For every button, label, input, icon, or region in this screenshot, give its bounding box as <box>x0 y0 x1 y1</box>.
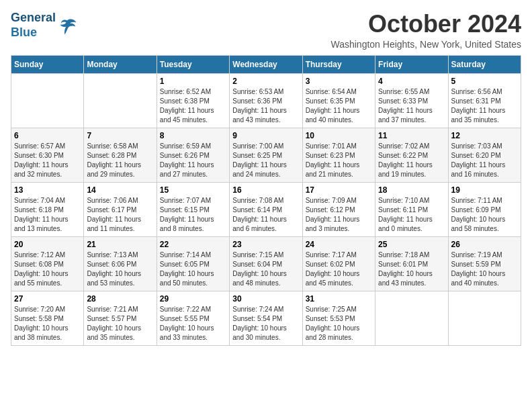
day-info: Sunrise: 7:04 AM Sunset: 6:18 PM Dayligh… <box>14 196 81 234</box>
day-info: Sunrise: 7:09 AM Sunset: 6:12 PM Dayligh… <box>306 196 372 234</box>
weekday-header-friday: Friday <box>375 55 448 73</box>
day-number: 13 <box>14 185 81 195</box>
day-number: 2 <box>232 77 299 86</box>
day-number: 31 <box>306 294 372 304</box>
day-number: 29 <box>160 294 226 304</box>
day-number: 11 <box>378 131 445 140</box>
calendar-cell: 18Sunrise: 7:10 AM Sunset: 6:11 PM Dayli… <box>375 182 448 236</box>
day-info: Sunrise: 7:06 AM Sunset: 6:17 PM Dayligh… <box>87 196 153 234</box>
weekday-header-wednesday: Wednesday <box>230 55 302 73</box>
day-info: Sunrise: 7:10 AM Sunset: 6:11 PM Dayligh… <box>378 196 445 234</box>
calendar-cell <box>448 291 521 345</box>
title-block: October 2024 Washington Heights, New Yor… <box>330 11 521 50</box>
calendar-cell: 6Sunrise: 6:57 AM Sunset: 6:30 PM Daylig… <box>11 128 84 182</box>
day-info: Sunrise: 7:13 AM Sunset: 6:06 PM Dayligh… <box>87 250 153 288</box>
day-number: 20 <box>14 240 81 249</box>
day-number: 18 <box>378 185 445 195</box>
calendar-cell: 15Sunrise: 7:07 AM Sunset: 6:15 PM Dayli… <box>157 182 229 236</box>
calendar-cell <box>84 73 157 128</box>
calendar-cell: 13Sunrise: 7:04 AM Sunset: 6:18 PM Dayli… <box>11 182 84 236</box>
day-info: Sunrise: 7:25 AM Sunset: 5:53 PM Dayligh… <box>306 305 372 342</box>
calendar-week-row: 1Sunrise: 6:52 AM Sunset: 6:38 PM Daylig… <box>11 73 521 128</box>
calendar-week-row: 20Sunrise: 7:12 AM Sunset: 6:08 PM Dayli… <box>11 236 521 291</box>
day-info: Sunrise: 7:11 AM Sunset: 6:09 PM Dayligh… <box>451 196 518 234</box>
day-number: 25 <box>378 240 445 249</box>
page-header: General Blue October 2024 Washington Hei… <box>11 11 521 50</box>
weekday-header-row: SundayMondayTuesdayWednesdayThursdayFrid… <box>11 55 521 73</box>
day-info: Sunrise: 7:08 AM Sunset: 6:14 PM Dayligh… <box>232 196 299 234</box>
calendar-cell: 16Sunrise: 7:08 AM Sunset: 6:14 PM Dayli… <box>230 182 302 236</box>
day-number: 4 <box>378 77 445 86</box>
calendar-cell: 8Sunrise: 6:59 AM Sunset: 6:26 PM Daylig… <box>157 128 229 182</box>
month-title: October 2024 <box>330 11 521 38</box>
day-info: Sunrise: 6:55 AM Sunset: 6:33 PM Dayligh… <box>378 87 445 125</box>
calendar-cell: 11Sunrise: 7:02 AM Sunset: 6:22 PM Dayli… <box>375 128 448 182</box>
day-number: 30 <box>232 294 299 304</box>
calendar-cell: 19Sunrise: 7:11 AM Sunset: 6:09 PM Dayli… <box>448 182 521 236</box>
calendar-cell: 2Sunrise: 6:53 AM Sunset: 6:36 PM Daylig… <box>230 73 302 128</box>
day-info: Sunrise: 7:03 AM Sunset: 6:20 PM Dayligh… <box>451 142 518 179</box>
calendar-cell: 10Sunrise: 7:01 AM Sunset: 6:23 PM Dayli… <box>302 128 375 182</box>
calendar-cell: 26Sunrise: 7:19 AM Sunset: 5:59 PM Dayli… <box>448 236 521 291</box>
logo: General Blue <box>11 11 77 40</box>
day-number: 3 <box>306 77 372 86</box>
calendar-cell: 12Sunrise: 7:03 AM Sunset: 6:20 PM Dayli… <box>448 128 521 182</box>
weekday-header-sunday: Sunday <box>11 55 84 73</box>
day-info: Sunrise: 7:02 AM Sunset: 6:22 PM Dayligh… <box>378 142 445 179</box>
calendar-cell: 21Sunrise: 7:13 AM Sunset: 6:06 PM Dayli… <box>84 236 157 291</box>
day-info: Sunrise: 7:17 AM Sunset: 6:02 PM Dayligh… <box>306 250 372 288</box>
day-number: 19 <box>451 185 518 195</box>
day-info: Sunrise: 6:52 AM Sunset: 6:38 PM Dayligh… <box>160 87 226 125</box>
calendar-cell: 24Sunrise: 7:17 AM Sunset: 6:02 PM Dayli… <box>302 236 375 291</box>
calendar-cell: 20Sunrise: 7:12 AM Sunset: 6:08 PM Dayli… <box>11 236 84 291</box>
day-number: 21 <box>87 240 153 249</box>
day-number: 6 <box>14 131 81 140</box>
day-info: Sunrise: 7:00 AM Sunset: 6:25 PM Dayligh… <box>232 142 299 179</box>
day-number: 16 <box>232 185 299 195</box>
day-info: Sunrise: 7:24 AM Sunset: 5:54 PM Dayligh… <box>232 305 299 342</box>
day-info: Sunrise: 6:56 AM Sunset: 6:31 PM Dayligh… <box>451 87 518 125</box>
calendar-cell: 29Sunrise: 7:22 AM Sunset: 5:55 PM Dayli… <box>157 291 229 345</box>
day-number: 26 <box>451 240 518 249</box>
day-number: 15 <box>160 185 226 195</box>
day-info: Sunrise: 7:18 AM Sunset: 6:01 PM Dayligh… <box>378 250 445 288</box>
day-number: 23 <box>232 240 299 249</box>
day-info: Sunrise: 7:14 AM Sunset: 6:05 PM Dayligh… <box>160 250 226 288</box>
calendar-table: SundayMondayTuesdayWednesdayThursdayFrid… <box>11 55 521 346</box>
calendar-cell: 27Sunrise: 7:20 AM Sunset: 5:58 PM Dayli… <box>11 291 84 345</box>
weekday-header-tuesday: Tuesday <box>157 55 229 73</box>
calendar-cell: 30Sunrise: 7:24 AM Sunset: 5:54 PM Dayli… <box>230 291 302 345</box>
day-info: Sunrise: 7:12 AM Sunset: 6:08 PM Dayligh… <box>14 250 81 288</box>
day-info: Sunrise: 6:53 AM Sunset: 6:36 PM Dayligh… <box>232 87 299 125</box>
day-number: 24 <box>306 240 372 249</box>
day-number: 10 <box>306 131 372 140</box>
day-info: Sunrise: 6:58 AM Sunset: 6:28 PM Dayligh… <box>87 142 153 179</box>
location-subtitle: Washington Heights, New York, United Sta… <box>330 39 521 50</box>
calendar-cell: 22Sunrise: 7:14 AM Sunset: 6:05 PM Dayli… <box>157 236 229 291</box>
calendar-cell: 14Sunrise: 7:06 AM Sunset: 6:17 PM Dayli… <box>84 182 157 236</box>
day-number: 17 <box>306 185 372 195</box>
day-number: 7 <box>87 131 153 140</box>
calendar-cell: 7Sunrise: 6:58 AM Sunset: 6:28 PM Daylig… <box>84 128 157 182</box>
day-number: 27 <box>14 294 81 304</box>
day-info: Sunrise: 7:22 AM Sunset: 5:55 PM Dayligh… <box>160 305 226 342</box>
calendar-week-row: 13Sunrise: 7:04 AM Sunset: 6:18 PM Dayli… <box>11 182 521 236</box>
day-info: Sunrise: 7:20 AM Sunset: 5:58 PM Dayligh… <box>14 305 81 342</box>
weekday-header-thursday: Thursday <box>302 55 375 73</box>
calendar-cell: 25Sunrise: 7:18 AM Sunset: 6:01 PM Dayli… <box>375 236 448 291</box>
calendar-cell: 1Sunrise: 6:52 AM Sunset: 6:38 PM Daylig… <box>157 73 229 128</box>
weekday-header-monday: Monday <box>84 55 157 73</box>
calendar-cell: 4Sunrise: 6:55 AM Sunset: 6:33 PM Daylig… <box>375 73 448 128</box>
day-number: 28 <box>87 294 153 304</box>
calendar-cell <box>11 73 84 128</box>
day-number: 1 <box>160 77 226 86</box>
calendar-cell: 23Sunrise: 7:15 AM Sunset: 6:04 PM Dayli… <box>230 236 302 291</box>
day-number: 22 <box>160 240 226 249</box>
calendar-week-row: 27Sunrise: 7:20 AM Sunset: 5:58 PM Dayli… <box>11 291 521 345</box>
day-number: 12 <box>451 131 518 140</box>
weekday-header-saturday: Saturday <box>448 55 521 73</box>
calendar-cell <box>375 291 448 345</box>
day-number: 5 <box>451 77 518 86</box>
day-number: 8 <box>160 131 226 140</box>
day-info: Sunrise: 7:15 AM Sunset: 6:04 PM Dayligh… <box>232 250 299 288</box>
